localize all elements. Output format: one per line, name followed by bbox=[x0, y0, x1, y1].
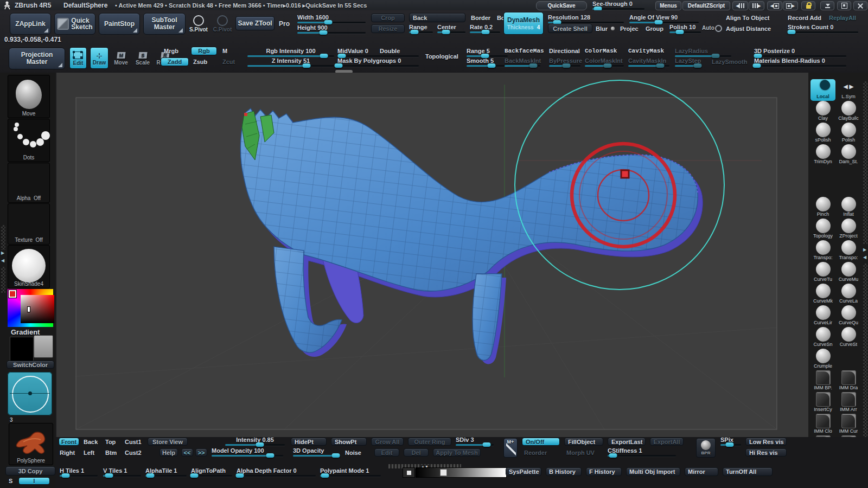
zsub-toggle[interactable]: Zsub bbox=[193, 59, 207, 65]
view-cust2-button[interactable]: Cust2 bbox=[125, 450, 142, 456]
slide-left-panel-icon[interactable]: ◀ bbox=[732, 1, 748, 10]
fillobject-button[interactable]: FillObject bbox=[564, 438, 603, 446]
range5-slider[interactable]: Range 5 bbox=[467, 48, 508, 57]
zcut-toggle[interactable]: Zcut bbox=[222, 59, 235, 65]
brush-item[interactable]: IMM BP. bbox=[810, 370, 835, 392]
subtool-master-button[interactable]: SubToolMaster bbox=[143, 13, 186, 35]
brush-item[interactable]: Local bbox=[810, 79, 835, 101]
projec-label[interactable]: Projec bbox=[620, 25, 639, 32]
secondary-color-swatch[interactable] bbox=[34, 335, 53, 358]
brush-item[interactable]: Transpo: bbox=[836, 240, 861, 262]
border-button[interactable]: Border bbox=[469, 14, 493, 22]
minimize-icon[interactable] bbox=[820, 1, 834, 10]
brush-item[interactable]: Clay bbox=[810, 101, 835, 123]
brush-item[interactable]: IMM Cur bbox=[836, 414, 861, 435]
intensity-slider[interactable]: Intensity 0.85 bbox=[225, 436, 285, 446]
undo-button[interactable]: << bbox=[181, 448, 193, 457]
polypaint-mode-slider[interactable]: Polypaint Mode 1 bbox=[320, 467, 381, 477]
brush-item[interactable]: Polish bbox=[836, 123, 861, 144]
exportall-button[interactable]: ExportAll bbox=[650, 438, 684, 446]
color-sv-square[interactable] bbox=[21, 295, 54, 323]
auto-label[interactable]: Auto bbox=[702, 25, 714, 31]
m-toggle[interactable]: M bbox=[222, 48, 227, 54]
noise-toggle[interactable]: Noise bbox=[345, 450, 361, 456]
dock-left-tray-icon[interactable]: ◀ bbox=[767, 1, 782, 10]
width-slider[interactable]: Width 1600 bbox=[297, 14, 366, 23]
right-scroll-up-arrow[interactable]: ▶ bbox=[863, 247, 866, 252]
angle-of-view-slider[interactable]: Angle Of View 90 bbox=[629, 14, 699, 23]
back-button[interactable]: Back bbox=[409, 13, 465, 22]
tray-collapse-arrow[interactable]: ▶ bbox=[1, 251, 4, 255]
zapplink-button[interactable]: ZAppLink bbox=[10, 13, 51, 35]
view-back-button[interactable]: Back bbox=[84, 439, 98, 445]
low-res-vis-button[interactable]: Low Res vis bbox=[745, 438, 787, 446]
model-opacity-slider[interactable]: Model Opacity 100 bbox=[212, 447, 283, 457]
strokes-count-slider[interactable]: Strokes Count 0 bbox=[788, 24, 858, 33]
posterize-slider[interactable]: 3D Posterize 0 bbox=[754, 48, 846, 57]
current-texture-thumb[interactable]: Texture Off bbox=[8, 203, 50, 245]
brush-item[interactable]: IMM Arr bbox=[836, 392, 861, 414]
hi-res-vis-button[interactable]: Hi Res vis bbox=[745, 448, 787, 457]
alpha-swatch[interactable] bbox=[403, 467, 415, 478]
see-through-slider[interactable]: See-through 0 bbox=[592, 1, 644, 10]
draw-mode-button[interactable]: -¦-Draw bbox=[90, 47, 108, 69]
right-scroll-down-arrow[interactable]: ◀ bbox=[863, 255, 866, 260]
brush-item[interactable]: CurveSt bbox=[836, 327, 861, 349]
exportlast-button[interactable]: ExportLast bbox=[608, 438, 646, 446]
default-zscript-button[interactable]: DefaultZScript bbox=[682, 1, 730, 10]
brush-item[interactable]: CurveSn bbox=[810, 327, 835, 349]
replay-all-label[interactable]: ReplayAll bbox=[829, 15, 856, 21]
brush-item[interactable]: CurveLa bbox=[836, 284, 861, 305]
onoff-button[interactable]: On/Off bbox=[522, 438, 560, 446]
tray-expand-arrow[interactable]: ◀ bbox=[1, 258, 4, 263]
brush-item[interactable]: Transpo: bbox=[810, 240, 835, 262]
sdiv-slider[interactable]: SDiv 3 bbox=[456, 436, 494, 446]
current-tool-widget[interactable] bbox=[8, 372, 52, 415]
rgb-toggle[interactable]: Rgb bbox=[191, 47, 217, 55]
crop-button[interactable]: Crop bbox=[371, 14, 405, 22]
close-icon[interactable] bbox=[853, 1, 867, 10]
intensity-swatch-button[interactable]: I bbox=[18, 477, 50, 485]
turnoff-all-button[interactable]: TurnOff All bbox=[723, 467, 773, 476]
mask-pen-button[interactable]: M+ bbox=[503, 438, 518, 458]
current-material-thumb[interactable]: SkinShade4 bbox=[8, 245, 50, 288]
hidept-button[interactable]: HidePt bbox=[291, 438, 327, 446]
current-alpha-thumb[interactable]: Alpha Off bbox=[8, 163, 50, 203]
group-label[interactable]: Group bbox=[646, 25, 663, 32]
resize-button[interactable]: Resize bbox=[371, 24, 405, 33]
syspalette-button[interactable]: SysPalette bbox=[506, 467, 541, 476]
adjust-distance-label[interactable]: Adjust Distance bbox=[726, 25, 771, 32]
brush-item[interactable]: Topology bbox=[810, 219, 835, 240]
view-left-button[interactable]: Left bbox=[84, 450, 94, 456]
bpr-render-button[interactable]: BPR bbox=[696, 438, 716, 458]
height-slider[interactable]: Height 900 bbox=[297, 24, 366, 34]
menus-button[interactable]: Menus bbox=[655, 1, 681, 10]
colormaskint-slider[interactable]: ColorMaskInt bbox=[585, 57, 624, 67]
view-right-button[interactable]: Right bbox=[60, 450, 75, 456]
brush-item[interactable]: L.Sym bbox=[836, 79, 861, 101]
morph-uv-button[interactable]: Morph UV bbox=[566, 450, 595, 456]
brush-item[interactable]: CurveQu bbox=[836, 305, 861, 327]
brush-item[interactable]: CurveTu bbox=[810, 262, 835, 284]
edit-noise-button[interactable]: Edit bbox=[374, 448, 399, 457]
brush-item[interactable]: IMM Dra bbox=[836, 370, 861, 392]
resolution-slider[interactable]: Resolution 128 bbox=[548, 14, 624, 23]
polish-slider[interactable]: Polish 10 bbox=[669, 24, 701, 33]
slide-right-panel-icon[interactable]: ▶ bbox=[749, 1, 764, 10]
view-front-button[interactable]: Front bbox=[59, 438, 79, 446]
alpha-depth-factor-slider[interactable]: Alpha Depth Factor 0 bbox=[237, 467, 316, 477]
grow-all-button[interactable]: Grow All bbox=[371, 438, 404, 446]
rate-slider[interactable]: Rate 0.2 bbox=[470, 24, 500, 33]
b-history-button[interactable]: B History bbox=[546, 467, 582, 476]
align-to-object-label[interactable]: Align To Object bbox=[726, 15, 769, 21]
current-brush-thumb[interactable]: Move bbox=[8, 75, 50, 118]
aligntopath-toggle[interactable]: AlignToPath bbox=[191, 467, 232, 477]
canvas-viewport[interactable] bbox=[56, 73, 810, 437]
bypressure-slider[interactable]: ByPressure bbox=[549, 57, 580, 67]
scale-mode-button[interactable]: SScale bbox=[133, 47, 152, 69]
brush-item[interactable]: CurveMu bbox=[836, 262, 861, 284]
help-button[interactable]: Help bbox=[159, 448, 178, 457]
double-toggle[interactable]: Double bbox=[380, 48, 400, 54]
h-tiles-slider[interactable]: H Tiles 1 bbox=[60, 467, 98, 477]
rgb-intensity-slider[interactable]: Rgb Intensity 100 bbox=[247, 48, 334, 57]
